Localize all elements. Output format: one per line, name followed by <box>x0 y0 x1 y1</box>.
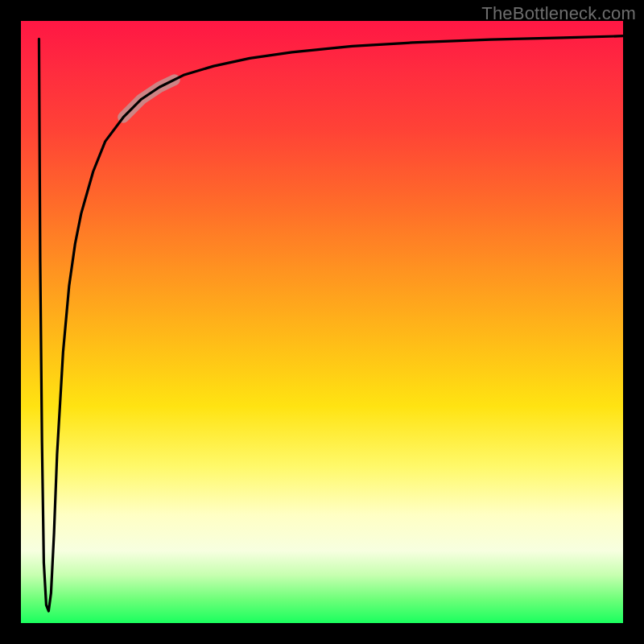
curve-highlight <box>123 80 175 117</box>
bottleneck-curve <box>39 36 623 611</box>
watermark-text: TheBottleneck.com <box>481 3 636 24</box>
curve-svg <box>21 21 623 623</box>
chart-frame: TheBottleneck.com <box>0 0 644 644</box>
plot-area <box>21 21 623 623</box>
